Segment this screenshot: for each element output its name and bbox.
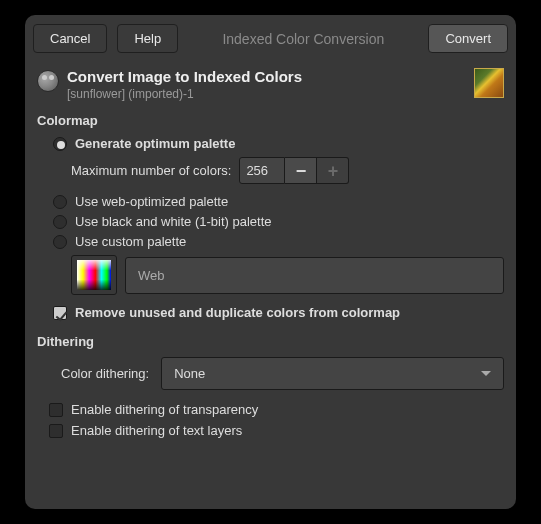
radio-icon <box>53 137 67 151</box>
radio-icon <box>53 215 67 229</box>
radio-label: Use web-optimized palette <box>75 194 228 209</box>
dithering-section-title: Dithering <box>37 334 504 349</box>
color-dithering-row: Color dithering: None <box>61 357 504 390</box>
checkbox-label: Enable dithering of text layers <box>71 423 242 438</box>
palette-swatch-button[interactable] <box>71 255 117 295</box>
dialog-content: Convert Image to Indexed Colors [sunflow… <box>25 62 516 456</box>
max-colors-spinbox: − + <box>239 157 349 184</box>
dither-text-layers-checkbox-row[interactable]: Enable dithering of text layers <box>49 423 504 438</box>
help-button[interactable]: Help <box>117 24 178 53</box>
dithering-options: Color dithering: None Enable dithering o… <box>37 357 504 438</box>
checkbox-icon <box>53 306 67 320</box>
checkbox-icon <box>49 403 63 417</box>
max-colors-label: Maximum number of colors: <box>71 163 231 178</box>
max-colors-row: Maximum number of colors: − + <box>71 157 504 184</box>
palette-name-field[interactable]: Web <box>125 257 504 294</box>
header-subtitle: [sunflower] (imported)-1 <box>67 87 466 101</box>
radio-icon <box>53 195 67 209</box>
color-dithering-label: Color dithering: <box>61 366 149 381</box>
remove-unused-checkbox-row[interactable]: Remove unused and duplicate colors from … <box>53 305 504 320</box>
radio-label: Use custom palette <box>75 234 186 249</box>
color-dithering-dropdown[interactable]: None <box>161 357 504 390</box>
dropdown-value: None <box>174 366 205 381</box>
colormap-options: Generate optimum palette Maximum number … <box>37 136 504 320</box>
radio-web-optimized[interactable]: Use web-optimized palette <box>53 194 504 209</box>
custom-palette-row: Web <box>71 255 504 295</box>
header-text: Convert Image to Indexed Colors [sunflow… <box>67 68 466 101</box>
radio-generate-optimum[interactable]: Generate optimum palette <box>53 136 504 151</box>
image-thumbnail <box>474 68 504 98</box>
radio-label: Generate optimum palette <box>75 136 235 151</box>
header-title: Convert Image to Indexed Colors <box>67 68 466 85</box>
checkbox-label: Enable dithering of transparency <box>71 402 258 417</box>
checkbox-label: Remove unused and duplicate colors from … <box>75 305 400 320</box>
max-colors-input[interactable] <box>239 157 285 184</box>
dither-transparency-checkbox-row[interactable]: Enable dithering of transparency <box>49 402 504 417</box>
header-row: Convert Image to Indexed Colors [sunflow… <box>37 68 504 101</box>
radio-custom-palette[interactable]: Use custom palette <box>53 234 504 249</box>
spin-increment-button[interactable]: + <box>317 157 349 184</box>
checkbox-icon <box>49 424 63 438</box>
palette-swatch-icon <box>77 260 111 290</box>
radio-icon <box>53 235 67 249</box>
chevron-down-icon <box>481 371 491 376</box>
app-icon <box>37 70 59 92</box>
cancel-button[interactable]: Cancel <box>33 24 107 53</box>
radio-black-white[interactable]: Use black and white (1-bit) palette <box>53 214 504 229</box>
titlebar: Cancel Help Indexed Color Conversion Con… <box>25 15 516 62</box>
spin-decrement-button[interactable]: − <box>285 157 317 184</box>
convert-button[interactable]: Convert <box>428 24 508 53</box>
dialog-window: Cancel Help Indexed Color Conversion Con… <box>25 15 516 509</box>
dialog-title: Indexed Color Conversion <box>188 31 418 47</box>
colormap-section-title: Colormap <box>37 113 504 128</box>
radio-label: Use black and white (1-bit) palette <box>75 214 272 229</box>
